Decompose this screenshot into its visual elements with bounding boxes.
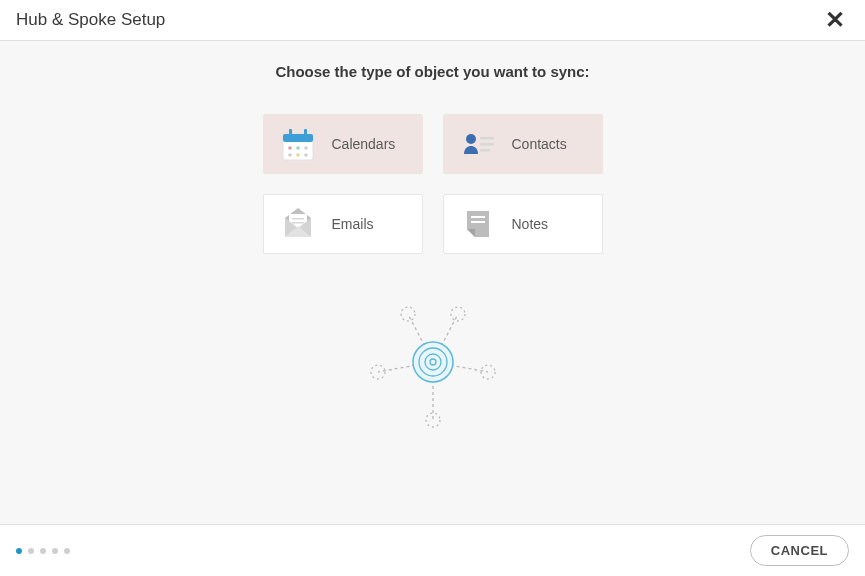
card-emails[interactable]: Emails	[263, 194, 423, 254]
close-icon[interactable]: ✕	[821, 8, 849, 32]
svg-rect-3	[304, 129, 307, 137]
svg-point-4	[288, 146, 292, 150]
card-notes[interactable]: Notes	[443, 194, 603, 254]
hub-spoke-illustration	[353, 302, 513, 436]
card-notes-label: Notes	[512, 216, 549, 232]
progress-dot-2	[28, 548, 34, 554]
svg-rect-11	[480, 137, 494, 140]
progress-dots	[16, 548, 70, 554]
progress-dot-3	[40, 548, 46, 554]
notes-icon	[458, 204, 498, 244]
svg-point-9	[304, 153, 308, 157]
svg-point-28	[426, 413, 440, 427]
card-calendars[interactable]: Calendars	[263, 114, 423, 174]
progress-dot-1	[16, 548, 22, 554]
dialog-footer: CANCEL	[0, 524, 865, 576]
svg-rect-16	[292, 222, 304, 224]
progress-dot-4	[52, 548, 58, 554]
svg-rect-17	[471, 216, 485, 218]
calendar-icon	[278, 124, 318, 164]
svg-point-7	[288, 153, 292, 157]
dialog-content: Choose the type of object you want to sy…	[0, 41, 865, 524]
svg-rect-2	[289, 129, 292, 137]
dialog-header: Hub & Spoke Setup ✕	[0, 0, 865, 41]
svg-rect-12	[480, 143, 494, 146]
card-emails-label: Emails	[332, 216, 374, 232]
svg-point-10	[466, 134, 476, 144]
svg-rect-15	[292, 218, 304, 220]
progress-dot-5	[64, 548, 70, 554]
svg-point-5	[296, 146, 300, 150]
svg-rect-18	[471, 221, 485, 223]
svg-rect-1	[283, 134, 313, 142]
contacts-icon	[458, 124, 498, 164]
emails-icon	[278, 204, 318, 244]
cancel-button[interactable]: CANCEL	[750, 535, 849, 566]
svg-point-6	[304, 146, 308, 150]
card-calendars-label: Calendars	[332, 136, 396, 152]
svg-rect-13	[480, 149, 490, 152]
object-type-grid: Calendars Contacts	[263, 114, 603, 254]
dialog-title: Hub & Spoke Setup	[16, 10, 165, 30]
card-contacts-label: Contacts	[512, 136, 567, 152]
card-contacts[interactable]: Contacts	[443, 114, 603, 174]
instruction-text: Choose the type of object you want to sy…	[275, 63, 589, 80]
svg-point-8	[296, 153, 300, 157]
